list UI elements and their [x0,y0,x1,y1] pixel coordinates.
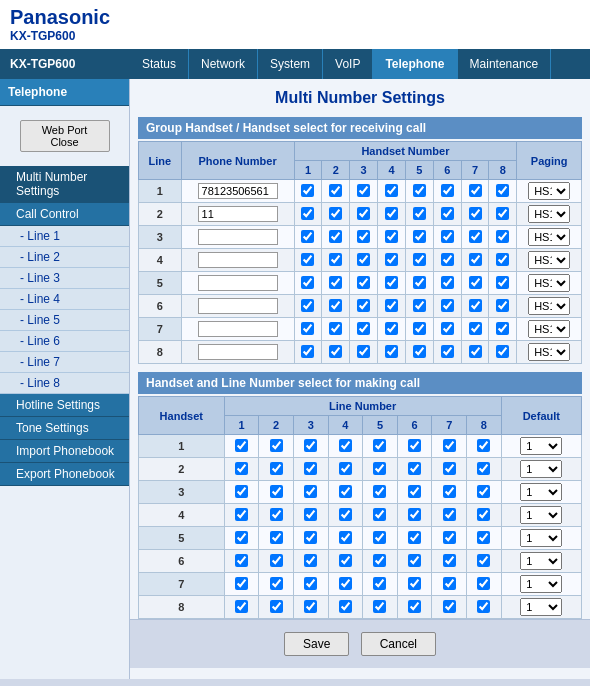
group-checkbox-5-1[interactable] [301,276,314,289]
handset-checkbox-3-5[interactable] [373,485,386,498]
group-checkbox-2-7[interactable] [469,207,482,220]
handset-checkbox-4-7[interactable] [443,508,456,521]
default-select-1[interactable]: 1234 5678 [520,437,562,455]
group-checkbox-4-1[interactable] [301,253,314,266]
phone-input-4[interactable] [198,252,278,268]
group-check-4-8[interactable] [489,249,517,272]
group-checkbox-6-6[interactable] [441,299,454,312]
group-check-7-7[interactable] [461,318,489,341]
group-checkbox-7-3[interactable] [357,322,370,335]
group-checkbox-4-2[interactable] [329,253,342,266]
group-check-3-8[interactable] [489,226,517,249]
handset-checkbox-2-5[interactable] [373,462,386,475]
handset-checkbox-2-1[interactable] [235,462,248,475]
group-paging-4[interactable]: HS1HS2HS3HS4 [517,249,582,272]
group-check-4-5[interactable] [405,249,433,272]
group-checkbox-6-4[interactable] [385,299,398,312]
handset-checkbox-2-6[interactable] [408,462,421,475]
group-check-3-7[interactable] [461,226,489,249]
group-checkbox-2-1[interactable] [301,207,314,220]
handset-checkbox-8-4[interactable] [339,600,352,613]
group-phone[interactable] [181,180,294,203]
handset-default-8[interactable]: 1234 5678 [501,596,581,619]
handset-check-1-4[interactable] [328,435,363,458]
handset-check-2-8[interactable] [467,458,502,481]
group-checkbox-8-8[interactable] [496,345,509,358]
group-check-2-5[interactable] [405,203,433,226]
handset-checkbox-7-6[interactable] [408,577,421,590]
handset-default-7[interactable]: 1234 5678 [501,573,581,596]
handset-checkbox-1-2[interactable] [270,439,283,452]
nav-tab-network[interactable]: Network [189,49,258,79]
cancel-button[interactable]: Cancel [361,632,436,656]
group-checkbox-7-4[interactable] [385,322,398,335]
handset-check-3-6[interactable] [397,481,432,504]
group-checkbox-2-2[interactable] [329,207,342,220]
group-checkbox-1-6[interactable] [441,184,454,197]
group-checkbox-2-5[interactable] [413,207,426,220]
group-check-6-4[interactable] [378,295,406,318]
group-check-8-7[interactable] [461,341,489,364]
handset-check-3-4[interactable] [328,481,363,504]
group-check-6-7[interactable] [461,295,489,318]
handset-check-4-8[interactable] [467,504,502,527]
handset-check-4-6[interactable] [397,504,432,527]
group-paging-6[interactable]: HS1HS2HS3HS4 [517,295,582,318]
sidebar-item-line7[interactable]: - Line 7 [0,352,129,373]
handset-check-4-7[interactable] [432,504,467,527]
group-check-5-3[interactable] [350,272,378,295]
handset-checkbox-4-8[interactable] [477,508,490,521]
group-check-7-5[interactable] [405,318,433,341]
group-paging-3[interactable]: HS1HS2HS3HS4 [517,226,582,249]
group-checkbox-8-4[interactable] [385,345,398,358]
group-checkbox-3-7[interactable] [469,230,482,243]
handset-check-2-5[interactable] [363,458,398,481]
group-check-2-6[interactable] [433,203,461,226]
default-select-2[interactable]: 1234 5678 [520,460,562,478]
group-checkbox-3-2[interactable] [329,230,342,243]
sidebar-item-line8[interactable]: - Line 8 [0,373,129,394]
handset-checkbox-2-4[interactable] [339,462,352,475]
handset-checkbox-2-3[interactable] [304,462,317,475]
group-check-5-4[interactable] [378,272,406,295]
handset-checkbox-6-3[interactable] [304,554,317,567]
handset-check-6-2[interactable] [259,550,294,573]
handset-checkbox-7-5[interactable] [373,577,386,590]
handset-checkbox-2-2[interactable] [270,462,283,475]
default-select-5[interactable]: 1234 5678 [520,529,562,547]
handset-check-2-7[interactable] [432,458,467,481]
handset-checkbox-7-2[interactable] [270,577,283,590]
group-check-5-5[interactable] [405,272,433,295]
paging-select-8[interactable]: HS1HS2HS3HS4 [528,343,570,361]
handset-check-5-7[interactable] [432,527,467,550]
group-check-8-2[interactable] [322,341,350,364]
handset-check-3-1[interactable] [224,481,259,504]
handset-check-3-5[interactable] [363,481,398,504]
group-checkbox-1-3[interactable] [357,184,370,197]
group-checkbox-6-2[interactable] [329,299,342,312]
handset-checkbox-4-4[interactable] [339,508,352,521]
handset-checkbox-4-2[interactable] [270,508,283,521]
phone-input-3[interactable] [198,229,278,245]
handset-check-6-4[interactable] [328,550,363,573]
handset-checkbox-8-3[interactable] [304,600,317,613]
handset-check-4-3[interactable] [293,504,328,527]
group-checkbox-6-5[interactable] [413,299,426,312]
default-select-6[interactable]: 1234 5678 [520,552,562,570]
group-phone[interactable] [181,272,294,295]
group-check-5-6[interactable] [433,272,461,295]
group-check-8-6[interactable] [433,341,461,364]
sidebar-item-line6[interactable]: - Line 6 [0,331,129,352]
group-check-2-2[interactable] [322,203,350,226]
handset-checkbox-3-7[interactable] [443,485,456,498]
handset-checkbox-7-3[interactable] [304,577,317,590]
handset-checkbox-5-8[interactable] [477,531,490,544]
group-checkbox-5-6[interactable] [441,276,454,289]
handset-checkbox-1-7[interactable] [443,439,456,452]
default-select-4[interactable]: 1234 5678 [520,506,562,524]
group-check-5-1[interactable] [294,272,322,295]
handset-check-1-2[interactable] [259,435,294,458]
handset-check-5-5[interactable] [363,527,398,550]
paging-select-5[interactable]: HS1HS2HS3HS4 [528,274,570,292]
handset-default-4[interactable]: 1234 5678 [501,504,581,527]
